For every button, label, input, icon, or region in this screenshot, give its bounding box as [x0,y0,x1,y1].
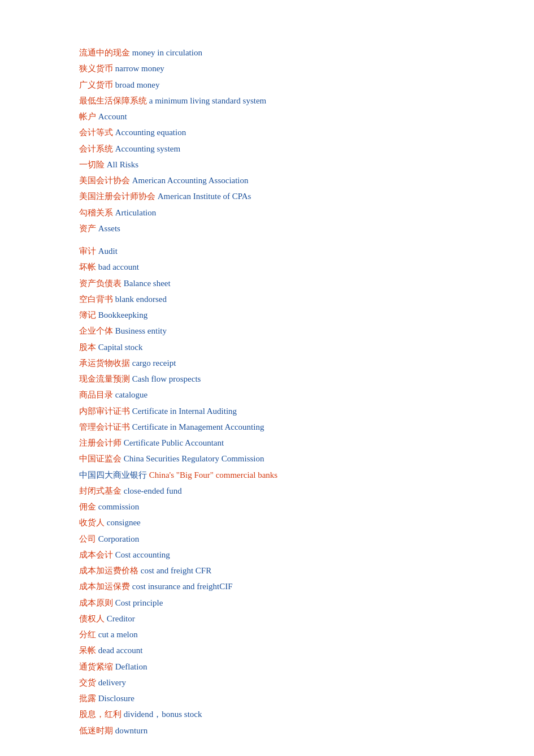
term-en: a minimum living standard system [149,96,266,105]
term-en: Corporation [98,534,140,543]
term-zh: 会计系统 [79,144,115,153]
term-zh: 内部审计证书 [79,407,132,416]
term-zh: 坏帐 [79,262,98,271]
term-zh: 股本 [79,343,98,352]
term-zh: 收货人 [79,518,107,527]
term-zh: 分红 [79,630,98,639]
term-zh: 批露 [79,694,98,703]
term-en: Deflation [115,662,147,671]
term-line: 股本 Capital stock [79,340,477,355]
term-line: 空白背书 blank endorsed [79,292,477,306]
term-zh: 勾稽关系 [79,208,115,217]
term-en: Bookkeepking [98,310,148,319]
term-en: Audit [98,247,118,256]
term-en: cut a melon [98,630,138,639]
term-zh: 最低生活保障系统 [79,96,149,105]
term-zh: 低迷时期 [79,726,115,735]
term-line: 美国注册会计师协会 American Institute of CPAs [79,189,477,204]
term-en: Cash flow prospects [132,374,201,383]
term-zh: 交货 [79,678,98,687]
term-line: 成本加运保费 cost insurance and freightCIF [79,579,477,594]
term-line: 商品目录 catalogue [79,387,477,402]
term-zh: 美国会计协会 [79,176,132,185]
term-zh: 商品目录 [79,390,115,399]
term-line: 资产负债表 Balance sheet [79,276,477,291]
term-zh: 空白背书 [79,295,115,304]
term-zh: 帐户 [79,112,98,121]
term-zh: 审计 [79,247,98,256]
content-area: 流通中的现金 money in circulation狭义货币 narrow m… [79,45,477,738]
term-en: close-ended fund [124,486,182,495]
term-en: American Institute of CPAs [158,192,251,201]
term-zh: 管理会计证书 [79,422,132,431]
term-zh: 成本加运保费 [79,582,132,591]
term-zh: 成本会计 [79,550,115,559]
term-zh: 承运货物收据 [79,358,132,368]
term-en: All Risks [107,160,138,169]
term-zh: 成本加运费价格 [79,566,141,575]
term-line: 内部审计证书 Certificate in Internal Auditing [79,404,477,418]
term-zh: 封闭式基金 [79,486,124,495]
term-line: 勾稽关系 Articulation [79,205,477,220]
term-zh: 股息，红利 [79,710,124,719]
term-en: bad account [98,262,139,271]
term-zh: 注册会计师 [79,438,124,447]
term-en: money in circulation [132,48,202,57]
term-en: Account [98,112,127,121]
term-en: Certificate in Internal Auditing [132,407,237,416]
term-line: 现金流量预测 Cash flow prospects [79,371,477,386]
term-en: Cost accounting [115,550,170,559]
terms-list: 流通中的现金 money in circulation狭义货币 narrow m… [79,45,477,738]
term-zh: 佣金 [79,502,98,511]
term-en: narrow money [115,64,164,73]
term-zh: 债权人 [79,614,107,623]
term-en: Disclosure [98,694,134,703]
term-en: Certificate in Management Accounting [132,422,264,431]
term-line: 批露 Disclosure [79,691,477,706]
term-line: 会计等式 Accounting equation [79,125,477,140]
term-en: Creditor [107,614,135,623]
term-en: Capital stock [98,343,143,352]
term-zh: 呆帐 [79,646,98,655]
term-line: 股息，红利 dividend，bonus stock [79,707,477,722]
term-en: broad money [115,80,160,89]
term-en: China Securities Regulatory Commission [124,454,264,463]
term-line: 低迷时期 downturn [79,723,477,738]
term-zh: 会计等式 [79,128,115,137]
term-en: American Accounting Association [132,176,249,185]
term-en: Assets [98,224,120,233]
term-en: Cost principle [115,598,163,607]
term-zh: 流通中的现金 [79,48,132,57]
term-zh: 现金流量预测 [79,374,132,383]
term-en: Certificate Public Accountant [124,438,224,447]
term-line: 流通中的现金 money in circulation [79,45,477,60]
term-line: 会计系统 Accounting system [79,141,477,156]
term-en: cargo receipt [132,358,176,368]
term-line: 通货紧缩 Deflation [79,659,477,674]
term-line: 坏帐 bad account [79,260,477,274]
term-line: 承运货物收据 cargo receipt [79,356,477,370]
term-en: Accounting equation [115,128,186,137]
term-zh: 狭义货币 [79,64,115,73]
term-en: Business entity [115,326,167,335]
term-line: 注册会计师 Certificate Public Accountant [79,435,477,450]
term-zh: 企业个体 [79,326,115,335]
term-line: 分红 cut a melon [79,627,477,642]
term-line: 中国四大商业银行 China's "Big Four" commercial b… [79,468,477,482]
term-zh: 中国四大商业银行 [79,470,149,479]
term-zh: 通货紧缩 [79,662,115,671]
term-en: consignee [107,518,141,527]
term-line: 企业个体 Business entity [79,323,477,338]
term-line: 最低生活保障系统 a minimum living standard syste… [79,93,477,108]
term-line: 审计 Audit [79,244,477,258]
term-en: Balance sheet [124,279,171,288]
term-en: catalogue [115,390,147,399]
term-line: 帐户 Account [79,109,477,124]
term-line: 狭义货币 narrow money [79,61,477,76]
term-en: blank endorsed [115,295,167,304]
term-en: China's "Big Four" commercial banks [149,470,277,479]
term-line: 成本原则 Cost principle [79,595,477,610]
term-zh: 一切险 [79,160,107,169]
term-line: 公司 Corporation [79,532,477,546]
term-zh: 中国证监会 [79,454,124,463]
